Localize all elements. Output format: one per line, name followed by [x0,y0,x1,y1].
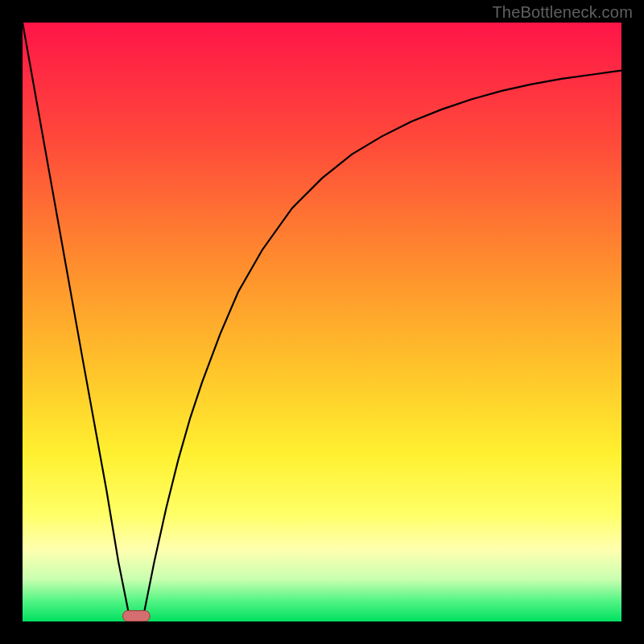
minimum-marker [123,611,150,621]
chart-svg [23,23,621,621]
plot-area [23,23,621,621]
watermark-label: TheBottleneck.com [492,3,633,22]
gradient-background [23,23,621,621]
chart-frame: TheBottleneck.com [0,0,644,644]
